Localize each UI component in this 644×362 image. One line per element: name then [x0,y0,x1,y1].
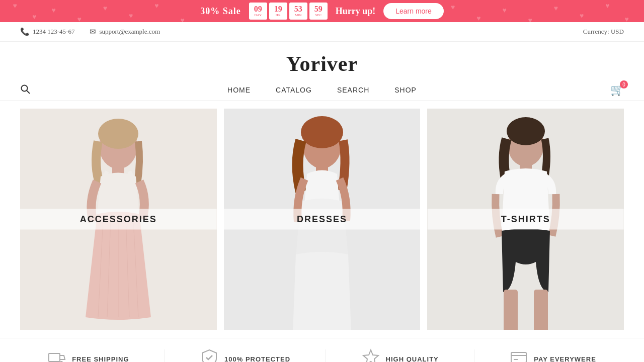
main-nav: HOME CATALOG SEARCH SHOP 🛒 0 [0,80,644,101]
payment-label: PAY EVERYWERE [534,355,596,362]
cart-button[interactable]: 🛒 0 [610,83,624,97]
cart-icon-wrapper[interactable]: 🛒 0 [610,83,624,97]
nav-search[interactable]: SEARCH [337,86,369,94]
top-banner: ♥ ♥ ♥ ♥ ♥ ♥ ♥ ♥ ♥ ♥ ♥ ♥ ♥ ♥ ♥ ♥ ♥ 30% Sa… [0,0,644,22]
svg-point-16 [507,117,545,145]
currency-selector[interactable]: Currency: USD [583,28,624,36]
nav-shop[interactable]: SHOP [394,86,417,94]
tshirts-label-overlay: T-SHIRTS [427,209,624,230]
feature-payment: PAY EVERYWERE [510,348,596,362]
svg-point-3 [98,119,138,149]
utility-bar: 📞 1234 123-45-67 ✉ support@example.com C… [0,22,644,42]
phone-item: 📞 1234 123-45-67 [20,27,74,36]
shipping-icon [48,348,66,362]
dresses-label-overlay: DRESSES [224,209,421,230]
nav-catalog[interactable]: CATALOG [276,86,312,94]
features-bar: FREE SHIPPING 100% PROTECTED HIGH QUALIT… [0,338,644,362]
protected-label: 100% PROTECTED [224,355,290,362]
category-dresses[interactable]: DRESSES [224,109,421,330]
email-icon: ✉ [90,27,96,36]
utility-left: 📞 1234 123-45-67 ✉ support@example.com [20,27,160,36]
email-item: ✉ support@example.com [90,27,160,36]
countdown-timer: 09 DAY 19 HR 53 MIN 59 SEC [249,3,328,20]
phone-number: 1234 123-45-67 [33,28,74,36]
timer-days: 09 DAY [249,3,267,20]
divider-2 [326,349,326,363]
brand-logo[interactable]: Yoriver [20,52,624,76]
cart-badge: 0 [620,80,628,88]
divider-3 [474,349,474,363]
svg-point-13 [301,116,343,148]
site-header: Yoriver [0,42,644,80]
category-grid: ACCESSORIES [0,109,644,330]
protected-icon [200,348,218,362]
svg-rect-19 [534,290,548,330]
svg-marker-23 [363,350,378,362]
category-tshirts[interactable]: T-SHIRTS [427,109,624,330]
phone-icon: 📞 [20,27,30,36]
email-address: support@example.com [99,28,160,36]
learn-more-button[interactable]: Learn more [383,3,444,19]
hurry-text: Hurry up! [336,6,376,17]
svg-rect-24 [511,352,526,362]
feature-quality: HIGH QUALITY [362,348,439,362]
feature-protected: 100% PROTECTED [200,348,290,362]
quality-icon [362,348,380,362]
category-accessories[interactable]: ACCESSORIES [20,109,217,330]
svg-rect-20 [49,353,60,361]
accessories-label: ACCESSORIES [80,214,157,224]
dresses-label: DRESSES [297,214,347,224]
divider-1 [165,349,165,363]
timer-hours: 19 HR [269,3,287,20]
timer-minutes: 53 MIN [289,3,307,20]
accessories-label-overlay: ACCESSORIES [20,209,217,230]
nav-home[interactable]: HOME [227,86,251,94]
shipping-label: FREE SHIPPING [72,355,129,362]
timer-seconds: 59 SEC [309,3,328,20]
sale-text: 30% Sale [200,6,241,17]
payment-icon [510,348,528,362]
feature-shipping: FREE SHIPPING [48,348,129,362]
tshirts-label: T-SHIRTS [501,214,550,224]
quality-label: HIGH QUALITY [386,355,439,362]
svg-point-0 [22,85,28,91]
search-icon[interactable] [20,84,30,97]
svg-line-1 [27,90,30,94]
nav-links: HOME CATALOG SEARCH SHOP [227,86,417,94]
svg-rect-18 [504,290,518,330]
